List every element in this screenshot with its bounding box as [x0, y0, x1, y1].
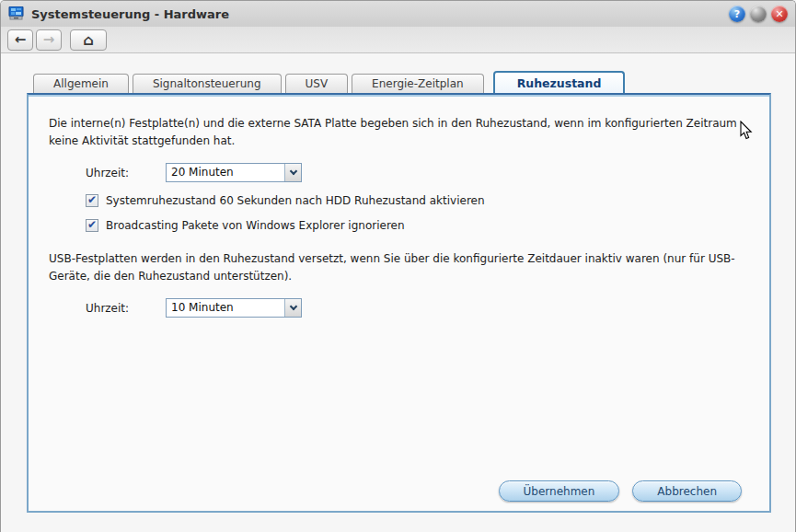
- usb-time-dropdown-button[interactable]: [284, 299, 301, 317]
- apply-button[interactable]: Übernehmen: [499, 480, 620, 502]
- tab-bar: Allgemein Signaltonsteuerung USV Energie…: [33, 71, 625, 93]
- back-button[interactable]: ←: [7, 29, 33, 51]
- title-bar: Systemsteuerung - Hardware ? ✕: [1, 1, 795, 27]
- close-icon: ✕: [775, 9, 783, 19]
- system-standby-row: ✔ Systemruhezustand 60 Sekunden nach HDD…: [86, 194, 749, 207]
- usb-time-label: Uhrzeit:: [86, 302, 166, 315]
- hdd-time-select[interactable]: 20 Minuten: [166, 163, 302, 182]
- cancel-button[interactable]: Abbrechen: [632, 480, 742, 502]
- tab-energie-zeitplan[interactable]: Energie-Zeitplan: [352, 74, 484, 93]
- chevron-down-icon: [289, 168, 296, 175]
- tab-usv[interactable]: USV: [285, 74, 349, 93]
- hdd-time-label: Uhrzeit:: [86, 167, 166, 179]
- help-icon: ?: [734, 9, 740, 19]
- broadcast-ignore-row: ✔ Broadcasting Pakete von Windows Explor…: [86, 219, 749, 232]
- forward-icon: →: [43, 31, 55, 48]
- navigation-toolbar: ← → ⌂: [1, 27, 795, 53]
- check-icon: ✔: [87, 219, 97, 230]
- tab-ruhezustand[interactable]: Ruhezustand: [493, 71, 626, 93]
- minimize-button[interactable]: [750, 6, 767, 22]
- control-panel-window: Systemsteuerung - Hardware ? ✕ ← → ⌂ All…: [0, 0, 796, 532]
- check-icon: ✔: [87, 194, 97, 205]
- usb-time-row: Uhrzeit: 10 Minuten: [86, 298, 749, 318]
- window-title: Systemsteuerung - Hardware: [31, 7, 229, 21]
- home-button[interactable]: ⌂: [70, 29, 107, 51]
- system-standby-checkbox[interactable]: ✔: [86, 194, 98, 207]
- tab-allgemein[interactable]: Allgemein: [33, 74, 129, 93]
- hdd-time-row: Uhrzeit: 20 Minuten: [86, 163, 749, 182]
- hdd-time-dropdown-button[interactable]: [284, 164, 301, 181]
- usb-time-select[interactable]: 10 Minuten: [166, 298, 302, 318]
- ruhezustand-panel: Die interne(n) Festplatte(n) und die ext…: [27, 93, 771, 513]
- usb-standby-description: USB-Festplatten werden in den Ruhezustan…: [49, 250, 741, 285]
- footer-buttons: Übernehmen Abbrechen: [499, 480, 742, 502]
- broadcast-ignore-checkbox[interactable]: ✔: [86, 219, 98, 232]
- home-icon: ⌂: [83, 31, 93, 49]
- hdd-standby-description: Die interne(n) Festplatte(n) und die ext…: [49, 115, 741, 150]
- tab-signaltonsteuerung[interactable]: Signaltonsteuerung: [133, 74, 282, 93]
- close-button[interactable]: ✕: [771, 6, 788, 22]
- window-controls: ? ✕: [729, 6, 788, 22]
- back-icon: ←: [15, 31, 27, 48]
- hdd-time-value: 20 Minuten: [167, 164, 284, 181]
- system-standby-label: Systemruhezustand 60 Sekunden nach HDD R…: [106, 194, 485, 207]
- help-button[interactable]: ?: [729, 6, 745, 22]
- forward-button[interactable]: →: [36, 29, 62, 51]
- chevron-down-icon: [289, 303, 296, 310]
- control-panel-icon: [8, 6, 25, 21]
- broadcast-ignore-label: Broadcasting Pakete von Windows Explorer…: [106, 219, 405, 232]
- usb-time-value: 10 Minuten: [167, 299, 284, 317]
